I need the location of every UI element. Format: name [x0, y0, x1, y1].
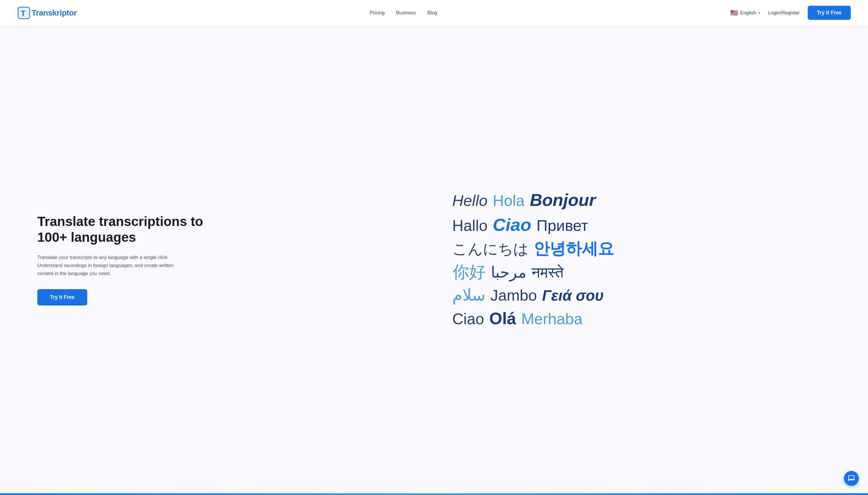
navbar-try-free-button[interactable]: Try It Free — [808, 6, 851, 20]
nav-item-pricing[interactable]: Pricing — [370, 10, 385, 16]
word-ola: Olá — [489, 307, 516, 330]
hero-left: Translate transcriptions to 100+ languag… — [37, 214, 210, 306]
word-namaste: नमस्ते — [532, 262, 563, 283]
lang-row-2: Hallo Ciao Привет — [452, 213, 614, 237]
flag-icon: 🇺🇸 — [730, 9, 738, 17]
bottom-bar — [0, 493, 868, 495]
lang-row-1: Hello Hola Bonjour — [452, 188, 614, 211]
chat-bubble-button[interactable] — [844, 471, 859, 486]
hero-right: Hello Hola Bonjour Hallo Ciao Привет こんに… — [210, 188, 839, 331]
word-salam: سلام — [452, 284, 485, 306]
word-jambo: Jambo — [490, 285, 537, 306]
logo-text: Transkriptor — [32, 8, 77, 18]
word-hello: Hello — [452, 190, 488, 211]
word-privet: Привет — [537, 215, 588, 236]
word-ciao: Ciao — [452, 308, 484, 329]
hero-section: Translate transcriptions to 100+ languag… — [0, 26, 868, 493]
word-konnichiwa: こんにちは — [452, 239, 528, 259]
svg-text:T: T — [21, 9, 25, 18]
logo-icon: T — [17, 6, 31, 19]
word-ciao-italian: Ciao — [493, 213, 531, 237]
chevron-down-icon: ▾ — [758, 11, 760, 15]
hero-title: Translate transcriptions to 100+ languag… — [37, 214, 210, 245]
nav-item-business[interactable]: Business — [396, 10, 416, 16]
nav-links: Pricing Business Blog — [370, 10, 437, 16]
word-bonjour: Bonjour — [530, 188, 596, 211]
word-nihao: 你好 — [452, 261, 486, 283]
word-merhaba: Merhaba — [521, 308, 583, 329]
logo[interactable]: T Transkriptor — [17, 6, 77, 19]
word-hola: Hola — [493, 190, 525, 211]
language-cloud: Hello Hola Bonjour Hallo Ciao Привет こんに… — [452, 188, 614, 331]
language-selector[interactable]: 🇺🇸 English ▾ — [730, 9, 760, 17]
lang-row-3: こんにちは 안녕하세요 — [452, 238, 614, 259]
login-register-link[interactable]: Login/Register — [768, 10, 800, 16]
word-marhaba: مرحبا — [491, 262, 526, 283]
hero-try-free-button[interactable]: Try It Free — [37, 289, 87, 306]
nav-item-blog[interactable]: Blog — [428, 10, 437, 16]
nav-right: 🇺🇸 English ▾ Login/Register Try It Free — [730, 6, 851, 20]
word-annyeong: 안녕하세요 — [534, 238, 614, 259]
lang-row-5: سلام Jambo Γειά σου — [452, 284, 614, 306]
navbar: T Transkriptor Pricing Business Blog 🇺🇸 … — [0, 0, 868, 26]
lang-row-6: Ciao Olá Merhaba — [452, 307, 614, 330]
word-yiasou: Γειά σου — [542, 285, 604, 306]
word-hallo: Hallo — [452, 215, 488, 236]
chat-icon — [848, 475, 855, 482]
lang-row-4: 你好 مرحبا नमस्ते — [452, 261, 614, 283]
hero-description: Translate your transcripts to any langua… — [37, 254, 187, 278]
language-label: English — [740, 10, 756, 16]
